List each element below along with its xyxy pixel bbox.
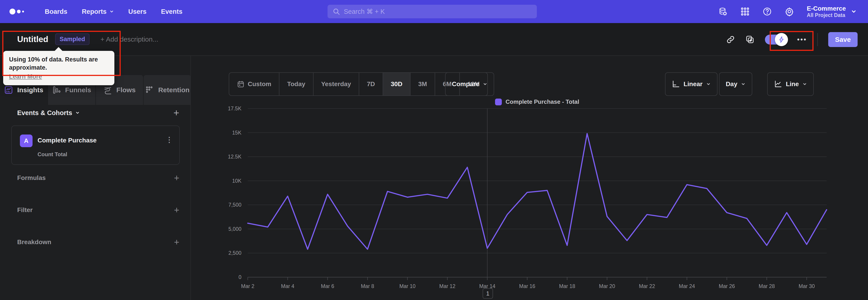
data-management-icon[interactable] (718, 7, 727, 16)
nav-menu: BoardsReportsUsersEvents (45, 8, 182, 16)
pagination-page-1[interactable]: 1 (483, 288, 493, 299)
nav-item-users[interactable]: Users (128, 8, 147, 16)
section-label: Breakdown (17, 239, 51, 246)
funnels-icon (52, 86, 61, 94)
svg-text:17.5K: 17.5K (228, 106, 242, 112)
svg-text:Mar 4: Mar 4 (281, 283, 294, 289)
svg-text:Mar 26: Mar 26 (719, 283, 735, 289)
svg-text:2,500: 2,500 (228, 250, 241, 256)
toolbar-divider (817, 33, 818, 46)
duplicate-icon[interactable] (745, 35, 754, 44)
retention-icon (145, 86, 154, 94)
share-link-icon[interactable] (726, 35, 735, 44)
svg-text:5,000: 5,000 (228, 226, 241, 232)
sidebar-section-filter: Filter+ (0, 206, 191, 214)
svg-text:Mar 16: Mar 16 (519, 283, 535, 289)
svg-text:Mar 24: Mar 24 (679, 283, 695, 289)
tab-label: Insights (17, 86, 43, 94)
sidebar-section-breakdown: Breakdown+ (0, 238, 191, 247)
add-breakdown-button[interactable]: + (174, 238, 179, 247)
more-menu-button[interactable]: ••• (797, 36, 807, 43)
chart-panel: CustomTodayYesterday7D30D3M6M12M Compare… (191, 56, 868, 300)
mixpanel-logo-icon[interactable] (9, 8, 24, 14)
svg-text:Mar 22: Mar 22 (639, 283, 655, 289)
svg-text:Mar 8: Mar 8 (361, 283, 374, 289)
svg-text:Mar 18: Mar 18 (559, 283, 575, 289)
project-name: E-Commerce (807, 5, 846, 12)
chevron-down-icon (851, 8, 857, 14)
svg-text:Mar 10: Mar 10 (399, 283, 416, 289)
search-icon (333, 8, 340, 16)
svg-text:Mar 20: Mar 20 (599, 283, 615, 289)
sampling-tooltip: Using 10% of data. Results are approxima… (3, 51, 114, 85)
nav-item-reports[interactable]: Reports (82, 8, 114, 16)
report-title-bar: Untitled Sampled + Add description... (0, 23, 868, 56)
events-cohorts-label: Events & Cohorts (17, 109, 72, 117)
insights-icon (4, 86, 13, 94)
event-series-badge: A (20, 134, 33, 147)
save-button[interactable]: Save (828, 32, 858, 47)
sampling-toggle[interactable] (765, 35, 786, 44)
settings-gear-icon[interactable] (784, 7, 794, 16)
project-scope: All Project Data (807, 12, 846, 18)
svg-text:Mar 6: Mar 6 (321, 283, 334, 289)
chevron-down-icon (75, 111, 80, 115)
tab-label: Retention (158, 86, 189, 94)
sidebar-section-formulas: Formulas+ (0, 173, 191, 182)
help-icon[interactable] (763, 7, 772, 16)
tooltip-arrow (54, 47, 63, 51)
query-builder-sidebar: InsightsFunnelsFlowsRetention Events & C… (0, 56, 191, 300)
apps-grid-icon[interactable] (740, 7, 750, 16)
svg-text:10K: 10K (232, 178, 242, 184)
section-label: Formulas (17, 174, 46, 182)
event-card[interactable]: A Complete Purchase ⋮ Count Total (11, 125, 180, 165)
tab-label: Funnels (65, 86, 91, 94)
svg-text:0: 0 (239, 274, 241, 280)
tab-retention[interactable]: Retention (144, 75, 191, 105)
svg-text:Mar 30: Mar 30 (799, 283, 815, 289)
top-nav: BoardsReportsUsersEvents Search ⌘ + K (0, 0, 868, 23)
add-description-field[interactable]: + Add description... (100, 35, 158, 43)
flows-icon (103, 86, 112, 94)
nav-item-label: Boards (45, 8, 67, 16)
nav-item-events[interactable]: Events (161, 8, 182, 16)
tooltip-text: Using 10% of data. Results are approxima… (9, 55, 108, 72)
report-title[interactable]: Untitled (17, 35, 49, 44)
svg-text:Mar 28: Mar 28 (758, 283, 775, 289)
event-options-kebab-icon[interactable]: ⋮ (166, 136, 173, 144)
event-name: Complete Purchase (37, 137, 96, 144)
event-metric[interactable]: Count Total (37, 151, 67, 157)
sampled-badge[interactable]: Sampled (55, 33, 90, 45)
section-label: Filter (17, 206, 33, 214)
svg-text:15K: 15K (232, 130, 242, 136)
tab-label: Flows (116, 86, 135, 94)
events-cohorts-header[interactable]: Events & Cohorts (17, 109, 80, 117)
chevron-down-icon (110, 9, 114, 14)
add-event-button[interactable]: + (174, 108, 179, 118)
svg-text:Mar 12: Mar 12 (439, 283, 456, 289)
svg-text:7,500: 7,500 (228, 202, 241, 208)
nav-item-label: Users (128, 8, 147, 16)
search-placeholder: Search ⌘ + K (344, 8, 385, 16)
nav-item-boards[interactable]: Boards (45, 8, 67, 16)
lightning-bolt-icon (778, 36, 785, 43)
svg-text:Mar 2: Mar 2 (241, 283, 254, 289)
nav-item-label: Reports (82, 8, 107, 16)
svg-text:12.5K: 12.5K (228, 154, 242, 160)
app-root: BoardsReportsUsersEvents Search ⌘ + K (0, 0, 868, 300)
add-formulas-button[interactable]: + (174, 173, 179, 182)
nav-item-label: Events (161, 8, 182, 16)
project-switcher[interactable]: E-Commerce All Project Data (807, 5, 857, 19)
search-input[interactable]: Search ⌘ + K (328, 5, 537, 18)
line-chart[interactable]: 02,5005,0007,50010K12.5K15K17.5KMar 2Mar… (191, 56, 868, 300)
learn-more-link[interactable]: Learn More (9, 73, 42, 80)
add-filter-button[interactable]: + (174, 206, 179, 214)
